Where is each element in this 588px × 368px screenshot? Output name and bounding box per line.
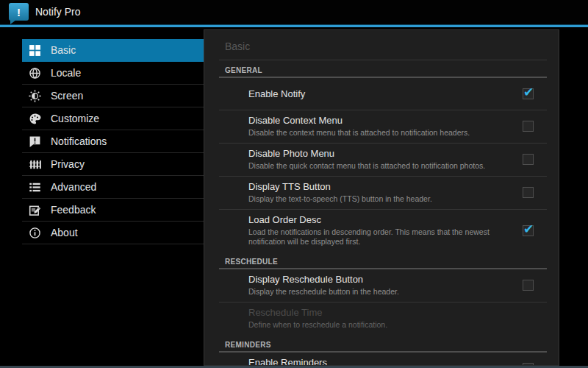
checkbox-unchecked[interactable] xyxy=(523,187,534,198)
grid-icon xyxy=(28,43,41,57)
sidebar-item-label: Basic xyxy=(51,44,76,56)
setting-title: Enable Reminders xyxy=(248,357,510,366)
exclamation-glyph: ! xyxy=(17,7,21,18)
sidebar-item-customize[interactable]: Customize xyxy=(22,107,204,130)
sidebar-item-label: About xyxy=(51,227,78,238)
sidebar-item-advanced[interactable]: Advanced xyxy=(22,176,204,199)
sidebar-item-about[interactable]: About xyxy=(22,222,204,244)
setting-row-enable-reminders[interactable]: Enable RemindersRemind you of unread not… xyxy=(204,353,559,366)
checkbox-unchecked[interactable] xyxy=(523,154,534,165)
setting-title: Display Reschedule Button xyxy=(248,274,510,285)
sidebar-item-label: Screen xyxy=(51,90,83,102)
setting-description: Display the reschedule button in the hea… xyxy=(248,287,510,297)
setting-title: Load Order Desc xyxy=(248,214,510,225)
settings-panel: Basic GENERALEnable NotifyDisable Contex… xyxy=(204,29,559,366)
sidebar-item-label: Locale xyxy=(51,67,81,79)
panel-title: Basic xyxy=(204,30,559,60)
panel-body: GENERALEnable NotifyDisable Context Menu… xyxy=(204,63,559,366)
setting-description: Disable the context menu that is attache… xyxy=(248,128,510,138)
actionbar-accent-line xyxy=(0,24,588,27)
sidebar-item-notifications[interactable]: Notifications xyxy=(22,130,204,153)
setting-title: Reschedule Time xyxy=(248,307,510,318)
section-header-general: GENERAL xyxy=(219,63,547,78)
checkbox-checked[interactable] xyxy=(523,88,534,99)
divider xyxy=(219,60,547,60)
setting-row-load-order-desc[interactable]: Load Order DescLoad the notifications in… xyxy=(204,210,559,252)
sidebar-item-label: Advanced xyxy=(51,181,96,193)
brightness-icon xyxy=(28,89,41,102)
checkbox-unchecked[interactable] xyxy=(523,121,534,132)
setting-row-disable-context-menu[interactable]: Disable Context MenuDisable the context … xyxy=(204,110,559,143)
setting-description: Load the notifications in descending ord… xyxy=(248,227,510,247)
sidebar-item-label: Privacy xyxy=(51,158,85,170)
checkbox-checked[interactable] xyxy=(523,225,534,236)
fence-icon xyxy=(28,158,41,171)
setting-description: Disable the quick contact menu that is a… xyxy=(248,161,510,171)
setting-description: Define when to reschedule a notification… xyxy=(248,320,510,330)
checkbox-unchecked[interactable] xyxy=(523,280,534,291)
speech-bubble-icon: ! xyxy=(9,3,29,21)
palette-icon xyxy=(28,112,41,125)
setting-row-reschedule-time: Reschedule TimeDefine when to reschedule… xyxy=(204,302,559,335)
setting-row-disable-photo-menu[interactable]: Disable Photo MenuDisable the quick cont… xyxy=(204,144,559,176)
app-icon[interactable]: ! xyxy=(9,3,29,21)
sidebar-item-screen[interactable]: Screen xyxy=(22,85,204,107)
setting-row-display-reschedule-button[interactable]: Display Reschedule ButtonDisplay the res… xyxy=(204,269,559,302)
globe-icon xyxy=(28,66,41,79)
setting-title: Enable Notify xyxy=(248,88,510,99)
chat-alert-icon xyxy=(28,135,41,148)
sidebar: BasicLocaleScreenCustomizeNotificationsP… xyxy=(22,39,204,244)
setting-row-enable-notify[interactable]: Enable Notify xyxy=(204,78,559,110)
setting-title: Disable Context Menu xyxy=(248,115,510,126)
app-title: Notify Pro xyxy=(35,0,80,24)
sidebar-item-label: Feedback xyxy=(51,204,96,216)
info-icon xyxy=(28,226,41,239)
compose-icon xyxy=(28,203,41,216)
list-icon xyxy=(28,180,41,194)
sidebar-item-feedback[interactable]: Feedback xyxy=(22,199,204,222)
setting-title: Disable Photo Menu xyxy=(248,148,510,159)
setting-title: Display TTS Button xyxy=(248,181,510,192)
action-bar: ! Notify Pro xyxy=(0,0,588,24)
section-header-reminders: REMINDERS xyxy=(219,337,547,353)
setting-description: Display the text-to-speech (TTS) button … xyxy=(248,194,510,204)
sidebar-item-label: Notifications xyxy=(51,135,107,147)
sidebar-item-privacy[interactable]: Privacy xyxy=(22,153,204,176)
sidebar-item-basic[interactable]: Basic xyxy=(22,39,204,62)
sidebar-item-locale[interactable]: Locale xyxy=(22,62,204,85)
setting-row-display-tts-button[interactable]: Display TTS ButtonDisplay the text-to-sp… xyxy=(204,177,559,209)
section-header-reschedule: RESCHEDULE xyxy=(219,254,547,269)
sidebar-item-label: Customize xyxy=(51,113,99,124)
